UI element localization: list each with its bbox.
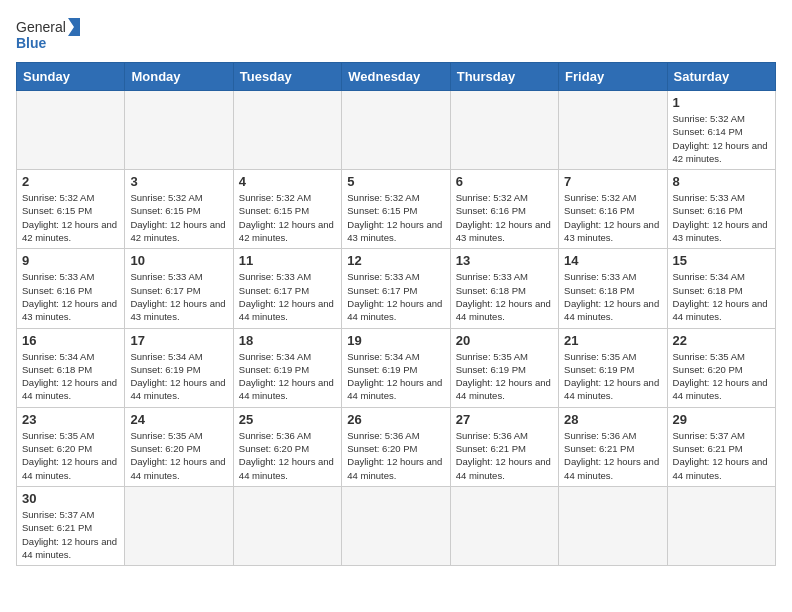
day-cell: 29Sunrise: 5:37 AM Sunset: 6:21 PM Dayli… [667,407,775,486]
day-number: 4 [239,174,336,189]
day-cell: 17Sunrise: 5:34 AM Sunset: 6:19 PM Dayli… [125,328,233,407]
day-cell [125,486,233,565]
logo: GeneralBlue [16,16,86,54]
day-info: Sunrise: 5:37 AM Sunset: 6:21 PM Dayligh… [673,429,770,482]
day-number: 11 [239,253,336,268]
svg-marker-2 [68,18,80,36]
day-info: Sunrise: 5:35 AM Sunset: 6:19 PM Dayligh… [564,350,661,403]
day-cell [559,91,667,170]
weekday-header-wednesday: Wednesday [342,63,450,91]
svg-text:Blue: Blue [16,35,47,51]
day-cell: 4Sunrise: 5:32 AM Sunset: 6:15 PM Daylig… [233,170,341,249]
day-info: Sunrise: 5:33 AM Sunset: 6:18 PM Dayligh… [564,270,661,323]
weekday-header-thursday: Thursday [450,63,558,91]
day-cell: 2Sunrise: 5:32 AM Sunset: 6:15 PM Daylig… [17,170,125,249]
day-cell [342,486,450,565]
day-number: 2 [22,174,119,189]
weekday-header-saturday: Saturday [667,63,775,91]
day-cell: 5Sunrise: 5:32 AM Sunset: 6:15 PM Daylig… [342,170,450,249]
day-info: Sunrise: 5:32 AM Sunset: 6:15 PM Dayligh… [130,191,227,244]
weekday-header-friday: Friday [559,63,667,91]
day-number: 16 [22,333,119,348]
day-cell [450,486,558,565]
day-cell: 27Sunrise: 5:36 AM Sunset: 6:21 PM Dayli… [450,407,558,486]
day-cell: 13Sunrise: 5:33 AM Sunset: 6:18 PM Dayli… [450,249,558,328]
day-cell [667,486,775,565]
day-cell: 11Sunrise: 5:33 AM Sunset: 6:17 PM Dayli… [233,249,341,328]
day-number: 10 [130,253,227,268]
generalblue-logo-icon: GeneralBlue [16,16,86,54]
day-number: 8 [673,174,770,189]
day-number: 28 [564,412,661,427]
weekday-header-sunday: Sunday [17,63,125,91]
day-cell: 18Sunrise: 5:34 AM Sunset: 6:19 PM Dayli… [233,328,341,407]
day-number: 7 [564,174,661,189]
day-cell: 16Sunrise: 5:34 AM Sunset: 6:18 PM Dayli… [17,328,125,407]
day-cell [233,91,341,170]
day-cell [559,486,667,565]
day-number: 9 [22,253,119,268]
day-info: Sunrise: 5:37 AM Sunset: 6:21 PM Dayligh… [22,508,119,561]
header: GeneralBlue [16,16,776,54]
day-info: Sunrise: 5:33 AM Sunset: 6:16 PM Dayligh… [673,191,770,244]
day-number: 20 [456,333,553,348]
day-cell: 3Sunrise: 5:32 AM Sunset: 6:15 PM Daylig… [125,170,233,249]
day-number: 23 [22,412,119,427]
day-number: 21 [564,333,661,348]
day-number: 25 [239,412,336,427]
day-cell: 8Sunrise: 5:33 AM Sunset: 6:16 PM Daylig… [667,170,775,249]
day-number: 17 [130,333,227,348]
day-number: 27 [456,412,553,427]
day-number: 6 [456,174,553,189]
day-info: Sunrise: 5:32 AM Sunset: 6:15 PM Dayligh… [22,191,119,244]
day-info: Sunrise: 5:32 AM Sunset: 6:16 PM Dayligh… [456,191,553,244]
day-info: Sunrise: 5:34 AM Sunset: 6:19 PM Dayligh… [239,350,336,403]
day-number: 5 [347,174,444,189]
day-info: Sunrise: 5:35 AM Sunset: 6:20 PM Dayligh… [673,350,770,403]
day-cell: 24Sunrise: 5:35 AM Sunset: 6:20 PM Dayli… [125,407,233,486]
day-info: Sunrise: 5:32 AM Sunset: 6:16 PM Dayligh… [564,191,661,244]
day-info: Sunrise: 5:33 AM Sunset: 6:17 PM Dayligh… [130,270,227,323]
weekday-header-row: SundayMondayTuesdayWednesdayThursdayFrid… [17,63,776,91]
day-number: 3 [130,174,227,189]
day-info: Sunrise: 5:34 AM Sunset: 6:18 PM Dayligh… [673,270,770,323]
day-number: 18 [239,333,336,348]
day-info: Sunrise: 5:34 AM Sunset: 6:19 PM Dayligh… [347,350,444,403]
day-cell: 22Sunrise: 5:35 AM Sunset: 6:20 PM Dayli… [667,328,775,407]
day-cell [125,91,233,170]
day-info: Sunrise: 5:33 AM Sunset: 6:18 PM Dayligh… [456,270,553,323]
day-cell: 20Sunrise: 5:35 AM Sunset: 6:19 PM Dayli… [450,328,558,407]
day-info: Sunrise: 5:33 AM Sunset: 6:16 PM Dayligh… [22,270,119,323]
week-row-1: 1Sunrise: 5:32 AM Sunset: 6:14 PM Daylig… [17,91,776,170]
day-cell: 15Sunrise: 5:34 AM Sunset: 6:18 PM Dayli… [667,249,775,328]
week-row-5: 23Sunrise: 5:35 AM Sunset: 6:20 PM Dayli… [17,407,776,486]
weekday-header-monday: Monday [125,63,233,91]
day-cell: 7Sunrise: 5:32 AM Sunset: 6:16 PM Daylig… [559,170,667,249]
day-cell: 23Sunrise: 5:35 AM Sunset: 6:20 PM Dayli… [17,407,125,486]
day-info: Sunrise: 5:32 AM Sunset: 6:15 PM Dayligh… [239,191,336,244]
day-info: Sunrise: 5:36 AM Sunset: 6:20 PM Dayligh… [347,429,444,482]
day-number: 29 [673,412,770,427]
day-cell: 12Sunrise: 5:33 AM Sunset: 6:17 PM Dayli… [342,249,450,328]
day-number: 12 [347,253,444,268]
day-cell: 26Sunrise: 5:36 AM Sunset: 6:20 PM Dayli… [342,407,450,486]
day-info: Sunrise: 5:35 AM Sunset: 6:20 PM Dayligh… [130,429,227,482]
day-number: 1 [673,95,770,110]
day-cell [450,91,558,170]
day-cell: 21Sunrise: 5:35 AM Sunset: 6:19 PM Dayli… [559,328,667,407]
day-cell: 6Sunrise: 5:32 AM Sunset: 6:16 PM Daylig… [450,170,558,249]
day-cell: 25Sunrise: 5:36 AM Sunset: 6:20 PM Dayli… [233,407,341,486]
day-number: 22 [673,333,770,348]
day-info: Sunrise: 5:36 AM Sunset: 6:21 PM Dayligh… [564,429,661,482]
day-number: 14 [564,253,661,268]
day-info: Sunrise: 5:35 AM Sunset: 6:20 PM Dayligh… [22,429,119,482]
day-cell: 10Sunrise: 5:33 AM Sunset: 6:17 PM Dayli… [125,249,233,328]
svg-text:General: General [16,19,66,35]
week-row-3: 9Sunrise: 5:33 AM Sunset: 6:16 PM Daylig… [17,249,776,328]
day-number: 30 [22,491,119,506]
day-cell [17,91,125,170]
day-cell: 1Sunrise: 5:32 AM Sunset: 6:14 PM Daylig… [667,91,775,170]
day-cell [342,91,450,170]
day-info: Sunrise: 5:36 AM Sunset: 6:21 PM Dayligh… [456,429,553,482]
day-info: Sunrise: 5:35 AM Sunset: 6:19 PM Dayligh… [456,350,553,403]
